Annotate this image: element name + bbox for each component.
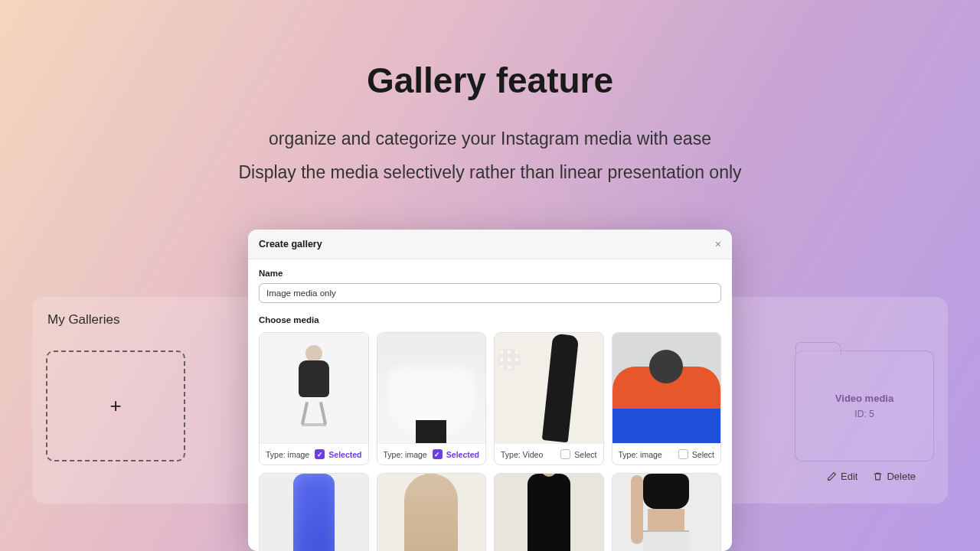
media-card[interactable]: [612, 473, 722, 551]
media-card[interactable]: [494, 473, 604, 551]
plus-icon: +: [109, 394, 121, 418]
modal-title: Create gallery: [259, 239, 322, 249]
media-thumbnail: [495, 474, 603, 551]
media-card[interactable]: [259, 473, 369, 551]
hero-title: Gallery feature: [0, 60, 980, 101]
media-thumbnail: [612, 333, 721, 443]
media-type: Type: image: [384, 450, 427, 459]
media-card[interactable]: Type: imageSelect: [612, 332, 722, 465]
media-thumbnail: [377, 333, 486, 443]
close-icon[interactable]: ×: [715, 239, 721, 249]
media-type: Type: Video: [501, 450, 543, 459]
trash-icon: [873, 471, 883, 481]
media-card[interactable]: [377, 473, 487, 551]
folder-name: Video media: [835, 393, 893, 404]
media-type: Type: image: [619, 450, 662, 459]
add-gallery-card[interactable]: +: [46, 350, 185, 461]
select-toggle[interactable]: Selected: [433, 449, 479, 459]
media-type: Type: image: [266, 450, 309, 459]
media-card[interactable]: Type: VideoSelect: [494, 332, 604, 465]
hero-subtitle: organize and categorize your Instagram m…: [0, 122, 980, 189]
hero: Gallery feature organize and categorize …: [0, 0, 980, 189]
folder-id: ID: 5: [854, 409, 874, 419]
media-thumbnail: [495, 333, 603, 443]
select-toggle[interactable]: Selected: [315, 449, 361, 459]
select-toggle[interactable]: Select: [678, 449, 714, 459]
checkbox-icon: [678, 449, 688, 459]
folder-tab-icon: [795, 342, 841, 356]
media-card[interactable]: Type: imageSelected: [377, 332, 487, 465]
checkbox-icon: [560, 449, 570, 459]
media-thumbnail: [260, 474, 368, 551]
create-gallery-modal: Create gallery × Name Choose media Type:…: [248, 230, 732, 551]
pencil-icon: [827, 471, 837, 481]
edit-button[interactable]: Edit: [827, 471, 858, 482]
gallery-folder[interactable]: Video media ID: 5: [795, 350, 934, 461]
media-grid: Type: imageSelected Type: imageSelected …: [259, 332, 721, 551]
delete-button[interactable]: Delete: [873, 471, 916, 482]
checkbox-icon: [433, 449, 443, 459]
modal-header: Create gallery ×: [248, 230, 732, 259]
media-thumbnail: [612, 474, 721, 551]
media-thumbnail: [377, 474, 486, 551]
name-label: Name: [259, 269, 721, 278]
gallery-folder-wrap: Video media ID: 5 Edit Delete: [795, 350, 934, 482]
choose-media-label: Choose media: [259, 315, 721, 324]
select-toggle[interactable]: Select: [560, 449, 596, 459]
checkbox-icon: [315, 449, 325, 459]
media-thumbnail: [260, 333, 368, 443]
media-card[interactable]: Type: imageSelected: [259, 332, 369, 465]
gallery-name-input[interactable]: [259, 283, 721, 303]
